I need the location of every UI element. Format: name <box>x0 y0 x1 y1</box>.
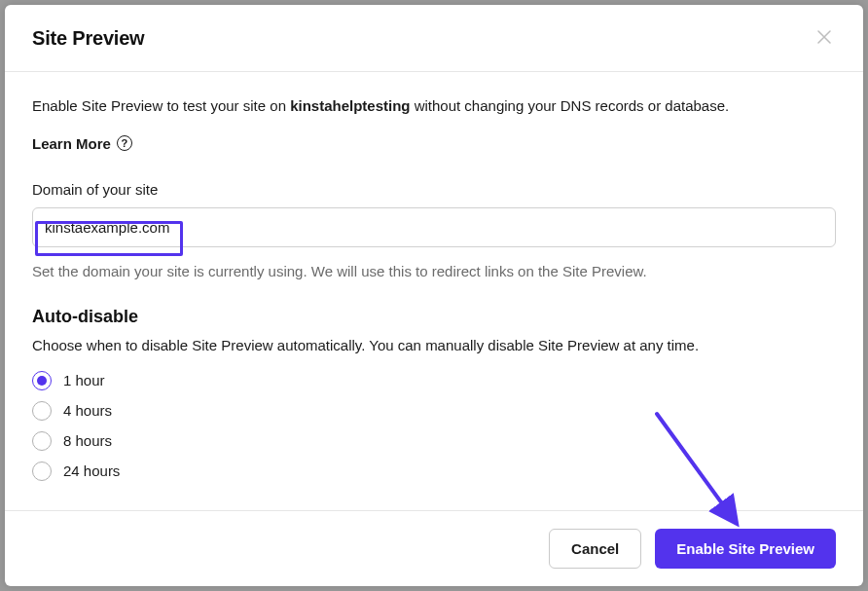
radio-option-4hours[interactable]: 4 hours <box>32 401 836 421</box>
enable-site-preview-button[interactable]: Enable Site Preview <box>655 529 836 569</box>
radio-option-8hours[interactable]: 8 hours <box>32 431 836 451</box>
radio-icon <box>32 431 52 451</box>
modal-body: Enable Site Preview to test your site on… <box>5 72 863 510</box>
domain-helper-text: Set the domain your site is currently us… <box>32 263 836 279</box>
modal-footer: Cancel Enable Site Preview <box>5 510 863 586</box>
help-icon: ? <box>117 135 132 151</box>
close-icon <box>817 28 831 49</box>
radio-label: 8 hours <box>63 432 112 449</box>
radio-icon <box>32 371 52 390</box>
radio-option-24hours[interactable]: 24 hours <box>32 462 836 481</box>
learn-more-link[interactable]: Learn More ? <box>32 135 132 152</box>
site-preview-modal: Site Preview Enable Site Preview to test… <box>5 5 863 586</box>
auto-disable-title: Auto-disable <box>32 307 836 327</box>
domain-input[interactable] <box>32 207 836 247</box>
intro-suffix: without changing your DNS records or dat… <box>411 97 730 114</box>
intro-text: Enable Site Preview to test your site on… <box>32 95 836 118</box>
radio-label: 4 hours <box>63 402 112 419</box>
radio-option-1hour[interactable]: 1 hour <box>32 371 836 390</box>
modal-header: Site Preview <box>5 5 863 72</box>
intro-prefix: Enable Site Preview to test your site on <box>32 97 290 114</box>
intro-bold: kinstahelptesting <box>290 97 410 114</box>
close-button[interactable] <box>813 26 836 50</box>
radio-icon <box>32 462 52 481</box>
radio-label: 24 hours <box>63 462 120 479</box>
auto-disable-desc: Choose when to disable Site Preview auto… <box>32 337 836 353</box>
learn-more-label: Learn More <box>32 135 111 152</box>
auto-disable-radio-group: 1 hour 4 hours 8 hours 24 hours <box>32 371 836 481</box>
modal-title: Site Preview <box>32 27 144 50</box>
cancel-button[interactable]: Cancel <box>549 529 641 569</box>
radio-icon <box>32 401 52 421</box>
domain-field-label: Domain of your site <box>32 181 836 198</box>
radio-label: 1 hour <box>63 372 105 388</box>
